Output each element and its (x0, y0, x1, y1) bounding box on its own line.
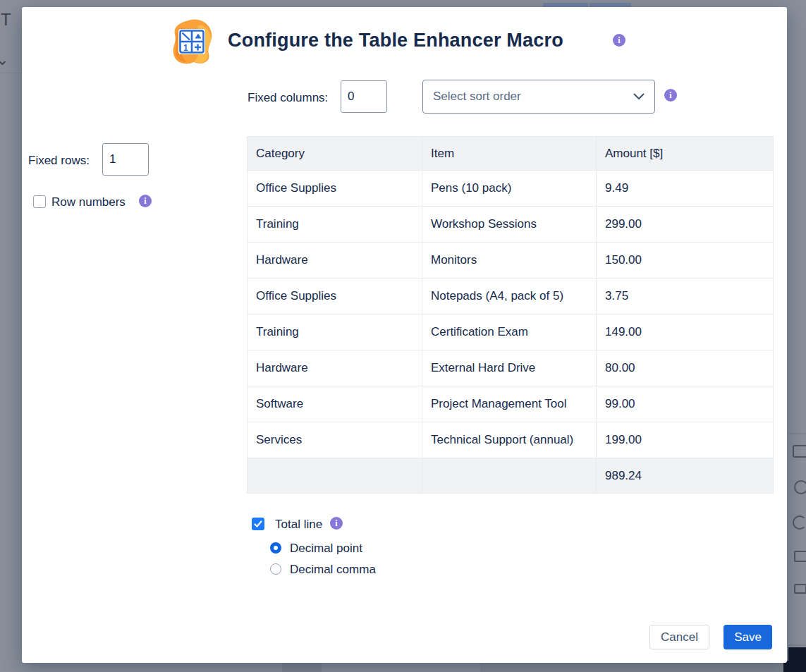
table-row: Training Workshop Sessions 299.00 (248, 207, 774, 243)
table-row: Software Project Management Tool 99.00 (248, 386, 774, 422)
fixed-rows-label: Fixed rows: (28, 154, 90, 168)
svg-text:1: 1 (183, 43, 188, 53)
header-category: Category (248, 137, 422, 171)
dialog-title: Configure the Table Enhancer Macro (228, 30, 563, 51)
background-anchor-icon (794, 584, 806, 594)
table-row: Training Certification Exam 149.00 (248, 314, 774, 350)
background-toolbar-divider-2 (789, 644, 806, 646)
preview-table: Category Item Amount [$] Office Supplies… (247, 136, 774, 494)
table-row: Office Supplies Pens (10 pack) 9.49 (248, 171, 774, 207)
row-numbers-label: Row numbers (51, 195, 126, 209)
table-total-row: 989.24 (248, 458, 774, 494)
table-row: Services Technical Support (annual) 199.… (248, 422, 774, 458)
background-page-partial-title: T (1, 10, 11, 30)
total-line-label: Total line (275, 518, 322, 532)
header-item: Item (422, 137, 597, 171)
save-button[interactable]: Save (723, 625, 772, 649)
fixed-columns-input[interactable] (341, 80, 387, 113)
fixed-columns-label: Fixed columns: (248, 91, 328, 105)
decimal-point-label: Decimal point (290, 542, 362, 556)
row-numbers-checkbox[interactable] (33, 195, 46, 208)
background-divider (0, 73, 22, 73)
background-toolbar-divider (789, 433, 806, 434)
decimal-comma-label: Decimal comma (290, 563, 376, 577)
decimal-comma-radio[interactable] (270, 563, 281, 575)
chevron-down-icon (633, 93, 645, 100)
table-row: Hardware External Hard Drive 80.00 (248, 350, 774, 386)
table-header-row: Category Item Amount [$] (248, 137, 774, 171)
background-frame-icon (794, 551, 806, 562)
decimal-point-radio[interactable] (270, 542, 281, 554)
background-link-icon (793, 515, 806, 530)
background-table-cell-2 (480, 661, 783, 672)
title-info-icon[interactable]: i (613, 34, 625, 47)
header-amount: Amount [$] (597, 137, 774, 171)
check-icon (254, 520, 262, 528)
total-line-info-icon[interactable]: i (330, 517, 343, 530)
cancel-button[interactable]: Cancel (649, 625, 709, 649)
sort-order-select[interactable]: Select sort order (422, 80, 655, 114)
row-numbers-info-icon[interactable]: i (139, 195, 152, 207)
background-table-cell (282, 661, 322, 672)
macro-config-dialog: 1 Configure the Table Enhancer Macro i F… (22, 7, 787, 663)
table-enhancer-logo: 1 (169, 18, 214, 65)
fixed-rows-input[interactable] (102, 143, 149, 176)
sort-order-placeholder: Select sort order (433, 90, 633, 104)
table-row: Hardware Monitors 150.00 (248, 243, 774, 279)
background-chevron-icon: ⌄ (0, 51, 8, 69)
sort-order-info-icon[interactable]: i (664, 89, 677, 102)
page: { "background": { "partial_letter": "T",… (0, 0, 806, 672)
background-comment-icon (793, 445, 806, 458)
table-row: Office Supplies Notepads (A4, pack of 5)… (248, 279, 774, 314)
background-circle-icon (794, 480, 806, 494)
total-line-checkbox[interactable] (252, 518, 264, 530)
